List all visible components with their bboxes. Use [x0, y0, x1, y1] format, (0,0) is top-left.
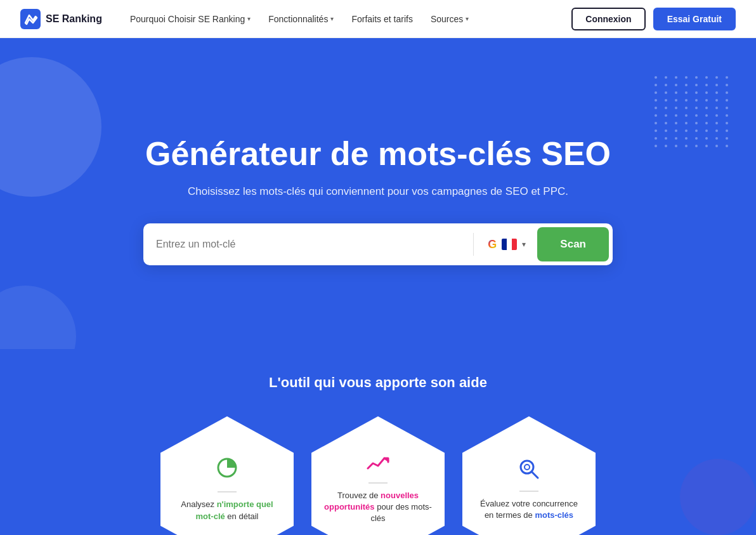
card-divider-1 [218, 491, 237, 492]
svg-line-4 [531, 472, 538, 478]
essai-gratuit-button[interactable]: Essai Gratuit [653, 8, 736, 30]
card-icon-2 [367, 454, 389, 475]
hero-subtitle: Choisissez les mots-clés qui conviennent… [188, 185, 568, 198]
features-title: L'outil qui vous apporte son aide [269, 374, 487, 391]
chevron-down-icon: ▾ [330, 15, 334, 22]
card-text-1: Analysez n'importe quel mot-clé en détai… [173, 499, 281, 522]
svg-rect-0 [20, 9, 41, 29]
svg-point-5 [525, 465, 530, 470]
blob-bottom-right [680, 459, 756, 535]
nav-actions: Connexion Essai Gratuit [571, 8, 736, 30]
nav-item-sources[interactable]: Sources ▾ [423, 9, 476, 29]
card-text-3: Évaluez votre concurrence en termes de m… [475, 498, 583, 521]
logo-icon [20, 9, 41, 29]
engine-selector[interactable]: G ▾ [481, 234, 532, 255]
dots-pattern: (function() { const container = document… [655, 76, 731, 147]
card-divider-2 [368, 482, 388, 484]
card-wrapper-2: Trouvez de nouvelles opportunités pour d… [311, 416, 445, 535]
hero-title: Générateur de mots-clés SEO [145, 135, 611, 173]
feature-card-1[interactable]: Analysez n'importe quel mot-clé en détai… [160, 416, 294, 535]
card-wrapper-3: Évaluez votre concurrence en termes de m… [462, 416, 596, 535]
nav-item-fonctionnalites[interactable]: Fonctionnalités ▾ [261, 9, 341, 29]
hero-blob-left [0, 57, 101, 197]
hero-blob-bottom-left [0, 286, 76, 349]
france-flag [502, 239, 517, 250]
nav-item-forfaits[interactable]: Forfaits et tarifs [344, 9, 420, 29]
card-wrapper-1: Analysez n'importe quel mot-clé en détai… [160, 416, 294, 535]
navbar: SE Ranking Pourquoi Choisir SE Ranking ▾… [0, 0, 756, 38]
card-divider-3 [519, 491, 538, 492]
nav-links: Pourquoi Choisir SE Ranking ▾ Fonctionna… [122, 9, 571, 29]
logo[interactable]: SE Ranking [20, 9, 102, 29]
card-icon-1 [216, 456, 238, 484]
search-input[interactable] [156, 239, 466, 250]
hero-section: (function() { const container = document… [0, 38, 756, 349]
card-icon-3 [518, 458, 540, 483]
features-section: L'outil qui vous apporte son aide Analys… [0, 349, 756, 535]
search-bar: G ▾ Scan [143, 223, 613, 265]
connexion-button[interactable]: Connexion [571, 8, 645, 30]
scan-button[interactable]: Scan [537, 227, 609, 261]
card-text-2: Trouvez de nouvelles opportunités pour d… [324, 490, 432, 525]
feature-card-3[interactable]: Évaluez votre concurrence en termes de m… [462, 416, 596, 535]
search-divider [473, 233, 474, 256]
google-icon: G [488, 238, 497, 251]
feature-card-2[interactable]: Trouvez de nouvelles opportunités pour d… [311, 416, 445, 535]
engine-chevron-icon: ▾ [522, 240, 526, 249]
logo-text: SE Ranking [46, 13, 102, 25]
cards-row: Analysez n'importe quel mot-clé en détai… [160, 416, 596, 535]
chevron-down-icon: ▾ [466, 15, 469, 22]
nav-item-pourquoi[interactable]: Pourquoi Choisir SE Ranking ▾ [122, 9, 258, 29]
chevron-down-icon: ▾ [247, 15, 251, 22]
